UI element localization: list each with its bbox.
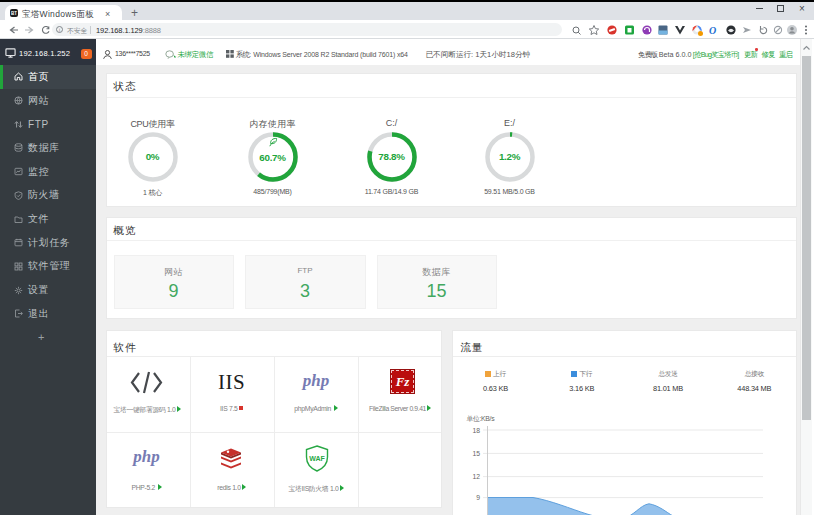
svg-text:WAF: WAF xyxy=(309,455,325,462)
svg-text:O: O xyxy=(709,25,716,36)
